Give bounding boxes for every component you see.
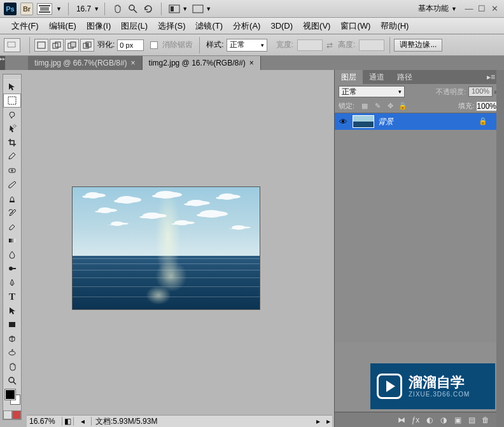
- document-tab[interactable]: timg2.jpg @ 16.7%(RGB/8#)×: [143, 56, 261, 70]
- eraser-tool[interactable]: [3, 220, 21, 234]
- adjustment-layer-icon[interactable]: ◑: [437, 414, 451, 426]
- svg-rect-0: [39, 5, 50, 6]
- layer-style-icon[interactable]: ƒx: [409, 414, 423, 426]
- tab-paths[interactable]: 路径: [391, 70, 419, 84]
- status-bar: 16.67% ◧ ◂ 文档:5.93M/5.93M ▸▸: [27, 415, 332, 427]
- lock-all-icon[interactable]: 🔒: [397, 101, 409, 111]
- zoom-tool-icon[interactable]: [127, 3, 139, 15]
- status-scroll-left[interactable]: ◂: [74, 417, 92, 426]
- screen-mode-icon[interactable]: [192, 3, 204, 15]
- rotate-view-icon[interactable]: [142, 3, 155, 15]
- lasso-tool[interactable]: [3, 108, 21, 122]
- layer-name[interactable]: 背景: [378, 116, 393, 127]
- menu-filter[interactable]: 滤镜(T): [190, 20, 228, 32]
- work-area: T: [0, 70, 334, 427]
- move-tool[interactable]: [3, 80, 21, 94]
- foreground-color[interactable]: [5, 389, 15, 400]
- quick-mask-toggle[interactable]: [3, 410, 21, 419]
- blend-mode-row: 正常▾ 不透明度: 100% ▸: [335, 84, 504, 99]
- menu-window[interactable]: 窗口(W): [335, 20, 375, 32]
- status-preview-icon[interactable]: ◧: [62, 417, 74, 426]
- link-layers-icon[interactable]: ⧓: [395, 414, 409, 426]
- zoom-level-select[interactable]: 16.7▼: [76, 4, 99, 13]
- menu-analysis[interactable]: 分析(A): [228, 20, 265, 32]
- menu-3d[interactable]: 3D(D): [265, 21, 298, 31]
- new-selection-icon[interactable]: [34, 39, 48, 52]
- history-brush-tool[interactable]: [3, 206, 21, 220]
- menu-view[interactable]: 视图(V): [298, 20, 335, 32]
- menu-image[interactable]: 图像(I): [81, 20, 116, 32]
- document-tab[interactable]: timg.jpg @ 66.7%(RGB/8#)×: [28, 56, 143, 70]
- blur-tool[interactable]: [3, 248, 21, 262]
- menu-help[interactable]: 帮助(H): [375, 20, 414, 32]
- tab-channels[interactable]: 通道: [363, 70, 391, 84]
- document-canvas[interactable]: [73, 187, 260, 309]
- pen-tool[interactable]: [3, 276, 21, 290]
- fill-value[interactable]: 100%: [477, 102, 496, 111]
- path-select-tool[interactable]: [3, 304, 21, 318]
- marquee-tool[interactable]: [3, 94, 21, 108]
- zoom-tool[interactable]: [3, 374, 21, 388]
- brush-tool[interactable]: [3, 178, 21, 192]
- group-icon[interactable]: ▣: [451, 414, 465, 426]
- close-icon[interactable]: ×: [131, 59, 136, 67]
- canvas-viewport[interactable]: [27, 74, 332, 415]
- type-tool[interactable]: T: [3, 290, 21, 304]
- 3d-camera-tool[interactable]: [3, 346, 21, 360]
- maximize-button[interactable]: ☐: [476, 3, 487, 15]
- refine-edge-button[interactable]: 调整边缘...: [394, 39, 442, 52]
- zoom-field[interactable]: 16.67%: [27, 417, 62, 426]
- lock-pixels-icon[interactable]: ✎: [372, 101, 383, 111]
- menu-select[interactable]: 选择(S): [153, 20, 190, 32]
- dock-collapse-strip[interactable]: [496, 70, 504, 427]
- menu-bar: 文件(F) 编辑(E) 图像(I) 图层(L) 选择(S) 滤镜(T) 分析(A…: [0, 18, 504, 34]
- hand-tool-icon[interactable]: [111, 3, 124, 15]
- menu-layer[interactable]: 图层(L): [116, 20, 153, 32]
- toolbox: T: [3, 74, 22, 420]
- 3d-tool[interactable]: [3, 332, 21, 346]
- delete-layer-icon[interactable]: 🗑: [479, 414, 493, 426]
- layer-list[interactable]: 👁 背景 🔒: [335, 113, 496, 342]
- crop-tool[interactable]: [3, 136, 21, 150]
- layer-row[interactable]: 👁 背景 🔒: [335, 113, 496, 130]
- status-scroll-right[interactable]: ▸▸: [314, 417, 332, 426]
- style-dropdown[interactable]: 正常▾: [227, 39, 267, 52]
- close-button[interactable]: ✕: [489, 3, 500, 15]
- lock-position-icon[interactable]: ✥: [384, 101, 396, 111]
- tab-layers[interactable]: 图层: [335, 70, 363, 84]
- layer-mask-icon[interactable]: ◐: [423, 414, 437, 426]
- add-selection-icon[interactable]: [50, 39, 64, 52]
- new-layer-icon[interactable]: ▤: [465, 414, 479, 426]
- toolbox-grip[interactable]: [3, 74, 21, 80]
- document-info[interactable]: 文档:5.93M/5.93M: [92, 416, 314, 427]
- menu-file[interactable]: 文件(F): [6, 20, 44, 32]
- bridge-icon[interactable]: Br: [20, 3, 33, 15]
- panel-menu-icon[interactable]: ▸≡: [487, 73, 495, 81]
- quick-select-tool[interactable]: [3, 122, 21, 136]
- blend-mode-dropdown[interactable]: 正常▾: [339, 86, 405, 97]
- svg-rect-27: [9, 322, 15, 327]
- svg-line-4: [134, 10, 137, 13]
- menu-edit[interactable]: 编辑(E): [44, 20, 81, 32]
- healing-brush-tool[interactable]: [3, 164, 21, 178]
- eyedropper-tool[interactable]: [3, 150, 21, 164]
- minimize-button[interactable]: —: [463, 3, 475, 15]
- gradient-tool[interactable]: [3, 234, 21, 248]
- clone-stamp-tool[interactable]: [3, 192, 21, 206]
- feather-input[interactable]: [117, 39, 144, 51]
- close-icon[interactable]: ×: [249, 59, 254, 67]
- color-swatches[interactable]: [3, 388, 21, 410]
- workspace-switcher[interactable]: 基本功能▼: [418, 3, 457, 14]
- layer-thumbnail[interactable]: [353, 115, 374, 128]
- hand-tool[interactable]: [3, 360, 21, 374]
- arrange-documents-icon[interactable]: [168, 3, 181, 15]
- lock-transparency-icon[interactable]: ▦: [359, 101, 370, 111]
- visibility-toggle-icon[interactable]: 👁: [337, 116, 349, 127]
- tool-preset-picker[interactable]: [4, 38, 20, 52]
- mini-bridge-icon[interactable]: [37, 3, 52, 15]
- dodge-tool[interactable]: [3, 262, 21, 276]
- shape-tool[interactable]: [3, 318, 21, 332]
- intersect-selection-icon[interactable]: [80, 39, 94, 52]
- subtract-selection-icon[interactable]: [65, 39, 79, 52]
- svg-rect-23: [9, 239, 15, 242]
